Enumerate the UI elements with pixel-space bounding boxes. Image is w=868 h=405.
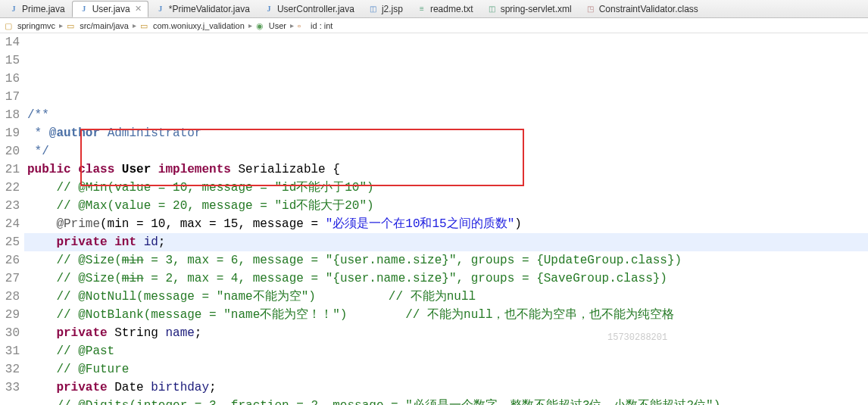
- line-number: 17: [0, 88, 20, 106]
- line-number: 24: [0, 215, 20, 233]
- line-number: 18: [0, 106, 20, 124]
- line-number: 32: [0, 360, 20, 379]
- crumb-icon: [140, 21, 151, 30]
- code-editor[interactable]: 1415161718192021222324252627282930313233…: [0, 33, 868, 405]
- tab-label: ConstraintValidator.class: [599, 4, 698, 14]
- tab-label: UserController.java: [277, 4, 354, 14]
- crumb-label: springmvc: [17, 21, 55, 30]
- crumb-label: id : int: [311, 21, 333, 30]
- breadcrumb-item[interactable]: com.woniuxy.j_validation: [139, 21, 246, 30]
- code-line[interactable]: public class User implements Serializabl…: [24, 160, 868, 179]
- line-number: 33: [0, 379, 20, 397]
- editor-tab[interactable]: ConstraintValidator.class: [579, 1, 705, 17]
- line-number: 28: [0, 288, 20, 306]
- code-line[interactable]: // @Digits(integer = 3, fraction = 2, me…: [24, 397, 868, 405]
- code-area[interactable]: 15730288201 /** * @author Administrator …: [24, 33, 868, 405]
- code-line[interactable]: * @author Administrator: [24, 124, 868, 142]
- tab-label: Prime.java: [22, 4, 65, 14]
- tab-label: j2.jsp: [382, 4, 403, 14]
- editor-tab-bar: Prime.javaUser.java✕*PrimeValidator.java…: [0, 0, 868, 18]
- code-line[interactable]: private Date birthday;: [24, 379, 868, 397]
- editor-tab[interactable]: *PrimeValidator.java: [148, 1, 257, 17]
- chevron-right-icon: ▸: [132, 21, 137, 30]
- chevron-right-icon: ▸: [58, 21, 64, 30]
- code-line[interactable]: */: [24, 142, 868, 160]
- file-icon: [417, 4, 427, 14]
- line-number: 26: [0, 251, 20, 269]
- crumb-label: User: [269, 21, 286, 30]
- editor-tab[interactable]: Prime.java: [2, 1, 72, 17]
- file-icon: [8, 4, 19, 14]
- file-icon: [368, 4, 379, 14]
- crumb-label: com.woniuxy.j_validation: [153, 21, 245, 30]
- tab-label: spring-servlet.xml: [501, 4, 572, 14]
- editor-tab[interactable]: readme.txt: [410, 1, 480, 17]
- crumb-icon: [298, 21, 308, 30]
- editor-tab[interactable]: spring-servlet.xml: [480, 1, 579, 17]
- line-number: 31: [0, 342, 20, 360]
- breadcrumb-item[interactable]: id : int: [296, 21, 334, 30]
- file-icon: [585, 4, 596, 14]
- crumb-label: src/main/java: [80, 21, 129, 30]
- code-line[interactable]: @Prime(min = 10, max = 15, message = "必须…: [24, 215, 868, 233]
- line-number: 19: [0, 124, 20, 142]
- editor-tab[interactable]: j2.jsp: [361, 1, 410, 17]
- tab-label: readme.txt: [430, 4, 473, 14]
- breadcrumb-item[interactable]: User: [254, 21, 288, 30]
- code-line[interactable]: // @NotBlank(message = "name不能为空！！") // …: [24, 306, 868, 324]
- code-line[interactable]: private int id;: [24, 233, 868, 251]
- crumb-icon: [5, 21, 15, 30]
- line-number: 15: [0, 51, 20, 70]
- breadcrumb-item[interactable]: springmvc: [3, 21, 57, 30]
- code-line[interactable]: // @Min(value = 10, message = "id不能小于10"…: [24, 179, 868, 197]
- line-number: 30: [0, 324, 20, 342]
- line-number: 20: [0, 142, 20, 160]
- line-number: 29: [0, 306, 20, 324]
- tab-label: *PrimeValidator.java: [169, 4, 250, 14]
- line-number-gutter: 1415161718192021222324252627282930313233: [0, 33, 24, 405]
- line-number: 25: [0, 233, 20, 251]
- line-number: 16: [0, 70, 20, 88]
- code-line[interactable]: // @Size(min = 2, max = 4, message = "{u…: [24, 269, 868, 288]
- line-number: 22: [0, 179, 20, 197]
- crumb-icon: [67, 21, 77, 30]
- crumb-icon: [256, 21, 267, 30]
- breadcrumb-item[interactable]: src/main/java: [65, 21, 130, 30]
- code-line[interactable]: // @Size(min = 3, max = 6, message = "{u…: [24, 251, 868, 269]
- editor-tab[interactable]: UserController.java: [257, 1, 361, 17]
- file-icon: [79, 4, 89, 14]
- chevron-right-icon: ▸: [248, 21, 253, 30]
- breadcrumb-bar: springmvc▸src/main/java▸com.woniuxy.j_va…: [0, 18, 868, 33]
- line-number: 14: [0, 33, 20, 51]
- chevron-right-icon: ▸: [289, 21, 295, 30]
- code-line[interactable]: // @NotNull(message = "name不能为空") // 不能为…: [24, 288, 868, 306]
- editor-tab[interactable]: User.java✕: [72, 1, 148, 17]
- file-icon: [487, 4, 498, 14]
- file-icon: [155, 4, 166, 14]
- file-icon: [264, 4, 274, 14]
- watermark-text: 15730288201: [607, 329, 667, 347]
- code-line[interactable]: // @Past: [24, 342, 868, 360]
- code-line[interactable]: // @Max(value = 20, message = "id不能大于20"…: [24, 197, 868, 215]
- line-number: 23: [0, 197, 20, 215]
- line-number: 27: [0, 269, 20, 288]
- code-line[interactable]: /**: [24, 106, 868, 124]
- line-number: 21: [0, 160, 20, 179]
- code-line[interactable]: // @Future: [24, 360, 868, 379]
- code-line[interactable]: private String name;: [24, 324, 868, 342]
- close-icon[interactable]: ✕: [135, 4, 142, 14]
- tab-label: User.java: [92, 4, 130, 14]
